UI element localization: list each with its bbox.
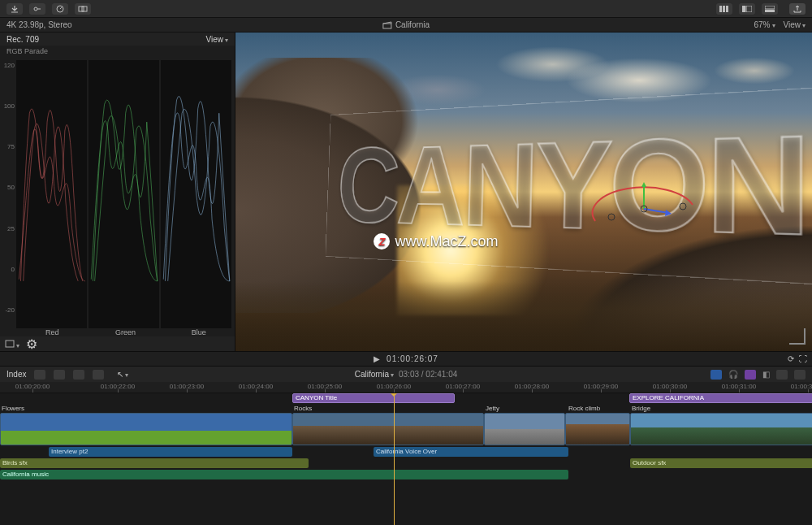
sfx-clip[interactable]: Outdoor sfx xyxy=(630,458,812,468)
timeline-toolbar: Index ↖ California 03:03 / 02:41:04 🎧 ◧ xyxy=(0,366,812,382)
transport-bar: ▶ 01:00:26:07 ⟳ ⛶ xyxy=(0,351,812,366)
clip-appearance-icon[interactable] xyxy=(716,3,732,15)
timeline-index-button[interactable]: Index xyxy=(6,370,26,379)
scopes-view-dropdown[interactable]: View xyxy=(206,35,229,44)
rock-climb-clip[interactable] xyxy=(565,413,630,445)
svg-rect-2 xyxy=(79,7,84,11)
svg-rect-6 xyxy=(726,6,728,12)
solo-icon[interactable] xyxy=(745,370,756,380)
svg-rect-4 xyxy=(719,6,722,12)
timeline-project-dropdown[interactable]: California xyxy=(355,370,394,379)
parade-blue xyxy=(161,60,231,328)
video-scopes-panel: Rec. 709 View RGB Parade 1201007550250-2… xyxy=(0,33,235,351)
svg-rect-9 xyxy=(765,6,775,9)
playhead[interactable] xyxy=(394,393,395,525)
clip-label: Flowers xyxy=(2,405,24,412)
watermark-logo-icon: Z xyxy=(374,233,390,249)
ruler-timecode: 01:00:32:00 xyxy=(791,383,812,390)
connect-icon[interactable] xyxy=(34,370,45,380)
title-clip[interactable]: EXPLORE CALIFORNIA xyxy=(629,393,812,403)
overwrite-icon[interactable] xyxy=(93,370,104,380)
viewer-canvas[interactable]: CANYON Z www.MacZ.com xyxy=(235,33,812,351)
audio-skim-icon[interactable]: 🎧 xyxy=(728,370,738,379)
view-dropdown[interactable]: View xyxy=(784,20,806,29)
timeline-ruler[interactable]: 01:00:20:0001:00:22:0001:00:23:0001:00:2… xyxy=(0,382,812,393)
viewer-project-name: California xyxy=(395,20,430,29)
svg-rect-10 xyxy=(765,10,775,12)
main-split: Rec. 709 View RGB Parade 1201007550250-2… xyxy=(0,33,812,351)
title-clip[interactable]: CANYON Title xyxy=(292,393,455,403)
dialogue-clip[interactable]: California Voice Over xyxy=(374,447,568,457)
timeline-tracks[interactable]: CANYON TitleEXPLORE CALIFORNIA FlowersRo… xyxy=(0,393,812,525)
svg-rect-11 xyxy=(383,24,391,28)
jetty-clip[interactable] xyxy=(484,413,565,445)
tl-view-icon[interactable] xyxy=(776,370,788,380)
append-icon[interactable] xyxy=(73,370,84,380)
rotation-gizmo[interactable] xyxy=(587,172,701,237)
arrow-tool-dropdown[interactable]: ↖ xyxy=(117,370,128,379)
insert-icon[interactable] xyxy=(54,370,65,380)
clapper-icon xyxy=(382,21,392,29)
tl-clip-icon[interactable] xyxy=(794,370,806,380)
scopes-layout-dropdown[interactable] xyxy=(5,336,19,351)
parade-label-blue: Blue xyxy=(163,328,235,336)
svg-rect-12 xyxy=(6,341,14,347)
music-clip[interactable]: California music xyxy=(0,470,568,479)
svg-rect-5 xyxy=(723,6,725,12)
extensions-icon[interactable] xyxy=(75,3,91,15)
scopes-mode-label: RGB Parade xyxy=(0,46,235,57)
parade-label-green: Green xyxy=(89,328,161,336)
dialogue-clip[interactable]: Interview pt2 xyxy=(49,447,292,457)
timecode-display[interactable]: 01:00:26:07 xyxy=(387,354,438,363)
svg-rect-8 xyxy=(746,6,752,12)
top-toolbar xyxy=(0,0,812,18)
loop-icon[interactable]: ⟳ xyxy=(788,354,794,363)
fullscreen-icon[interactable]: ⛶ xyxy=(799,354,807,363)
scopes-colorspace-label: Rec. 709 xyxy=(6,35,39,44)
rocks-clip[interactable] xyxy=(292,413,484,445)
svg-point-17 xyxy=(680,203,686,210)
scopes-settings-icon[interactable]: ⚙ xyxy=(26,336,37,352)
parade-label-red: Red xyxy=(16,328,88,336)
timeline-duration-label: 03:03 / 02:41:04 xyxy=(399,370,457,379)
parade-red xyxy=(16,60,87,328)
parade-green xyxy=(89,60,159,328)
share-icon[interactable] xyxy=(789,3,806,15)
rgb-parade: 1201007550250-20 xyxy=(0,57,235,328)
scopes-y-axis: 1201007550250-20 xyxy=(2,57,16,319)
flowers-clip[interactable] xyxy=(0,413,292,445)
svg-rect-7 xyxy=(742,6,745,12)
zoom-dropdown[interactable]: 67% xyxy=(754,20,775,29)
play-icon[interactable]: ▶ xyxy=(374,354,380,363)
snap-icon[interactable]: ◧ xyxy=(762,370,770,379)
clip-label: Bridge xyxy=(632,405,650,412)
toggle-timeline-icon[interactable] xyxy=(762,3,778,15)
skimming-icon[interactable] xyxy=(710,370,722,380)
sfx-clip[interactable]: Birds sfx xyxy=(0,458,309,468)
svg-rect-3 xyxy=(82,7,87,11)
project-format-label: 4K 23.98p, Stereo xyxy=(0,20,72,29)
watermark: Z www.MacZ.com xyxy=(374,233,498,250)
svg-line-14 xyxy=(644,209,668,213)
keyword-icon[interactable] xyxy=(29,3,45,15)
clip-label: Rock climb xyxy=(568,405,600,412)
toggle-browser-icon[interactable] xyxy=(739,3,755,15)
header-row: 4K 23.98p, Stereo California 67% View xyxy=(0,18,812,33)
clip-label: Jetty xyxy=(486,405,499,412)
svg-point-0 xyxy=(34,7,37,11)
clip-label: Rocks xyxy=(294,405,312,412)
svg-point-15 xyxy=(608,214,615,220)
action-safe-corner-icon xyxy=(789,328,806,345)
bg-task-icon[interactable] xyxy=(52,3,68,15)
timeline[interactable]: 01:00:20:0001:00:22:0001:00:23:0001:00:2… xyxy=(0,382,812,525)
title-3d-plane[interactable]: CANYON xyxy=(325,87,812,285)
bridge-clip[interactable] xyxy=(630,413,812,445)
import-icon[interactable] xyxy=(6,3,23,15)
